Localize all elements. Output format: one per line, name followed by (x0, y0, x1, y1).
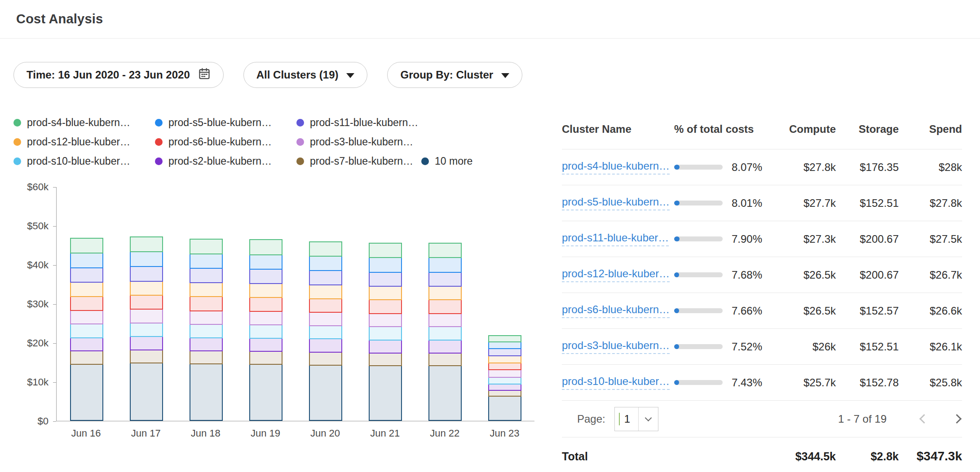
bar-segment[interactable] (309, 284, 342, 299)
bar-segment[interactable] (309, 352, 342, 366)
bar-segment[interactable] (369, 313, 402, 328)
bar-segment[interactable] (488, 390, 521, 397)
bar-segment[interactable] (428, 257, 462, 272)
bar-segment[interactable] (309, 325, 342, 340)
bar-segment[interactable] (428, 272, 462, 287)
bar-segment[interactable] (130, 350, 163, 364)
cluster-link[interactable]: prod-s5-blue-kubern… (562, 196, 670, 210)
bar-segment[interactable] (130, 281, 163, 296)
col-header-compute[interactable]: Compute (784, 123, 836, 135)
legend-item[interactable]: prod-s2-blue-kubern… (155, 155, 296, 167)
prev-page-button[interactable] (921, 415, 927, 422)
cluster-link[interactable]: prod-s3-blue-kubern… (562, 339, 670, 354)
stacked-bar-jun-20[interactable] (309, 187, 342, 421)
bar-segment[interactable] (249, 269, 283, 284)
cluster-link[interactable]: prod-s12-blue-kuber… (562, 267, 670, 282)
bar-segment[interactable] (130, 309, 163, 323)
bar-segment[interactable] (369, 340, 402, 354)
bar-segment[interactable] (249, 364, 283, 421)
legend-item[interactable]: prod-s7-blue-kubern… (296, 155, 421, 167)
bar-segment[interactable] (428, 365, 462, 421)
bar-segment[interactable] (70, 337, 103, 352)
bar-segment[interactable] (190, 363, 223, 421)
group-by-filter[interactable]: Group By: Cluster (387, 62, 522, 88)
bar-segment[interactable] (70, 310, 103, 324)
legend-item[interactable]: prod-s5-blue-kubern… (155, 117, 296, 129)
bar-segment[interactable] (369, 299, 402, 314)
bar-segment[interactable] (369, 286, 402, 300)
stacked-bar-jun-22[interactable] (428, 187, 462, 421)
bar-segment[interactable] (309, 256, 342, 271)
bar-segment[interactable] (428, 299, 462, 314)
bar-segment[interactable] (190, 324, 223, 338)
stacked-bar-jun-18[interactable] (190, 187, 223, 421)
bar-segment[interactable] (249, 254, 283, 270)
bar-segment[interactable] (428, 243, 462, 258)
legend-item[interactable]: prod-s4-blue-kubern… (13, 117, 155, 129)
bar-segment[interactable] (488, 396, 521, 421)
bar-segment[interactable] (190, 296, 223, 311)
bar-segment[interactable] (369, 257, 402, 272)
bar-segment[interactable] (309, 312, 342, 326)
page-select[interactable]: 1 (614, 407, 658, 431)
bar-segment[interactable] (70, 282, 103, 297)
bar-segment[interactable] (249, 283, 283, 298)
bar-segment[interactable] (369, 353, 402, 367)
cluster-link[interactable]: prod-s11-blue-kuber… (562, 232, 669, 246)
bar-segment[interactable] (249, 324, 283, 339)
bar-segment[interactable] (70, 296, 103, 311)
bar-segment[interactable] (130, 251, 163, 267)
bar-segment[interactable] (488, 355, 521, 363)
bar-segment[interactable] (249, 338, 283, 352)
bar-segment[interactable] (488, 377, 521, 385)
bar-segment[interactable] (249, 311, 283, 325)
bar-segment[interactable] (130, 363, 163, 421)
bar-segment[interactable] (130, 323, 163, 337)
bar-segment[interactable] (488, 363, 521, 371)
bar-segment[interactable] (369, 243, 402, 258)
legend-item[interactable]: prod-s12-blue-kuber… (13, 136, 155, 148)
cluster-link[interactable]: prod-s4-blue-kubern… (562, 160, 670, 175)
bar-segment[interactable] (488, 348, 521, 356)
bar-segment[interactable] (130, 266, 163, 281)
bar-segment[interactable] (369, 326, 402, 341)
stacked-bar-jun-23[interactable] (488, 187, 521, 421)
bar-segment[interactable] (309, 365, 342, 421)
bar-segment[interactable] (190, 253, 223, 269)
clusters-filter[interactable]: All Clusters (19) (243, 62, 368, 88)
bar-segment[interactable] (130, 295, 163, 310)
bar-segment[interactable] (488, 369, 521, 378)
bar-segment[interactable] (190, 268, 223, 283)
bar-segment[interactable] (70, 267, 103, 283)
legend-item[interactable]: 10 more (421, 155, 472, 167)
bar-segment[interactable] (428, 353, 462, 367)
bar-segment[interactable] (190, 310, 223, 325)
cluster-link[interactable]: prod-s10-blue-kuber… (562, 375, 670, 390)
bar-segment[interactable] (488, 384, 521, 391)
bar-segment[interactable] (190, 282, 223, 297)
bar-segment[interactable] (190, 337, 223, 352)
bar-segment[interactable] (369, 272, 402, 287)
page-select-dropdown[interactable] (638, 407, 658, 431)
col-header-pct-of-total[interactable]: % of total costs (674, 123, 784, 135)
stacked-bar-jun-21[interactable] (369, 187, 402, 421)
bar-segment[interactable] (190, 239, 223, 254)
bar-segment[interactable] (428, 286, 462, 300)
legend-item[interactable]: prod-s11-blue-kubern… (296, 117, 421, 129)
bar-segment[interactable] (249, 239, 283, 255)
bar-segment[interactable] (70, 364, 103, 421)
legend-item[interactable]: prod-s6-blue-kubern… (155, 136, 296, 148)
bar-segment[interactable] (70, 350, 103, 365)
legend-item[interactable]: prod-s10-blue-kuber… (13, 155, 155, 167)
col-header-cluster-name[interactable]: Cluster Name (562, 123, 674, 135)
stacked-bar-jun-17[interactable] (130, 187, 163, 421)
bar-segment[interactable] (428, 340, 462, 354)
col-header-storage[interactable]: Storage (836, 123, 899, 135)
bar-segment[interactable] (369, 365, 402, 421)
bar-segment[interactable] (190, 350, 223, 364)
bar-segment[interactable] (428, 326, 462, 341)
bar-segment[interactable] (428, 313, 462, 328)
time-range-filter[interactable]: Time: 16 Jun 2020 - 23 Jun 2020 (13, 62, 224, 88)
bar-segment[interactable] (130, 336, 163, 350)
cluster-link[interactable]: prod-s6-blue-kubern… (562, 303, 670, 318)
